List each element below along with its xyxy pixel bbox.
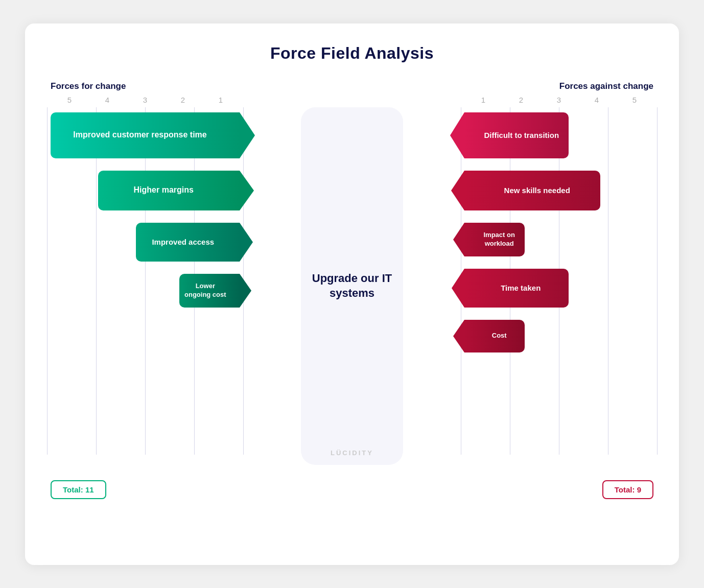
right-bar-2-tip <box>451 171 464 210</box>
left-bar-2: Higher margins <box>51 171 240 210</box>
totals-row: Total: 11 Total: 9 <box>51 480 653 499</box>
right-bar-1-tip <box>450 112 464 158</box>
right-bar-2: New skills needed <box>464 171 653 210</box>
left-bar-3-label: Improved access <box>136 237 240 247</box>
left-bar-3: Improved access <box>51 223 240 262</box>
scale-2-right: 2 <box>513 96 529 104</box>
right-bar-4: Time taken <box>464 269 653 308</box>
left-bar-4-label: Lower ongoing cost <box>179 282 240 299</box>
scale-3-left: 3 <box>137 96 153 104</box>
right-bar-3: Impact on workload <box>464 223 653 256</box>
total-left: Total: 11 <box>51 480 106 499</box>
left-bar-1: Improved customer response time <box>51 112 240 158</box>
vlines-right-container: Difficult to transition New skills neede… <box>408 107 653 465</box>
right-bar-1: Difficult to transition <box>464 112 653 158</box>
scale-left: 5 4 3 2 1 <box>51 96 296 104</box>
scale-3-right: 3 <box>551 96 567 104</box>
left-bar-4: Lower ongoing cost <box>51 274 240 308</box>
right-bars-wrapper: Difficult to transition New skills neede… <box>464 107 653 465</box>
right-bar-3-label: Impact on workload <box>464 231 525 248</box>
page-title: Force Field Analysis <box>51 44 653 63</box>
scale-numbers-row: 5 4 3 2 1 1 2 3 4 5 <box>51 96 653 104</box>
scale-5-left: 5 <box>61 96 78 104</box>
left-header: Forces for change <box>51 81 126 91</box>
left-bar-3-tip <box>240 223 253 262</box>
vline-right-5 <box>657 107 658 455</box>
section-headers: Forces for change Forces against change <box>51 81 653 91</box>
scale-5-right: 5 <box>626 96 643 104</box>
left-bar-2-label: Higher margins <box>98 185 240 196</box>
right-bar-5-tip <box>453 320 464 352</box>
left-bars-wrapper: Improved customer response time Higher m… <box>51 107 240 465</box>
scale-1-left: 1 <box>213 96 229 104</box>
right-header: Forces against change <box>559 81 653 91</box>
watermark: LÜCIDITY <box>301 449 403 457</box>
right-bar-4-label: Time taken <box>464 283 569 293</box>
right-bar-4-tip <box>452 269 464 308</box>
left-bar-4-tip <box>240 274 251 308</box>
vlines-left-container: Improved customer response time Higher m… <box>51 107 296 465</box>
right-bar-1-label: Difficult to transition <box>464 130 569 140</box>
main-card: Force Field Analysis Forces for change F… <box>25 23 679 565</box>
scale-4-right: 4 <box>589 96 605 104</box>
scale-2-left: 2 <box>175 96 191 104</box>
left-bar-1-tip <box>240 112 255 158</box>
chart-area: Improved customer response time Higher m… <box>51 107 653 465</box>
center-box: Upgrade our IT systems LÜCIDITY <box>301 107 403 465</box>
left-bar-1-label: Improved customer response time <box>51 130 240 140</box>
scale-4-left: 4 <box>99 96 115 104</box>
right-bar-5-label: Cost <box>464 332 525 340</box>
right-bar-2-label: New skills needed <box>464 185 600 196</box>
center-label: Upgrade our IT systems <box>310 271 394 300</box>
right-bar-3-tip <box>453 223 464 256</box>
left-bar-2-tip <box>240 171 254 210</box>
scale-right: 1 2 3 4 5 <box>408 96 653 104</box>
center-spacer <box>296 96 408 104</box>
vline-left-5 <box>47 107 48 455</box>
right-bar-5: Cost <box>464 320 653 352</box>
scale-1-right: 1 <box>475 96 491 104</box>
total-right: Total: 9 <box>602 480 653 499</box>
